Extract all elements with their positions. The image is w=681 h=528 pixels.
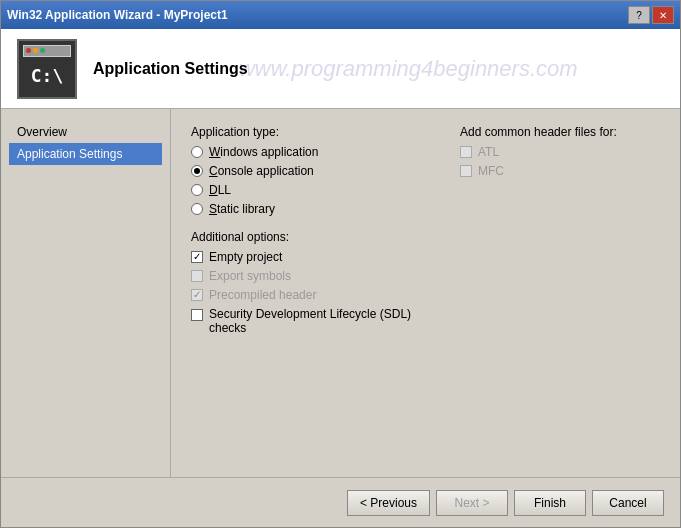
additional-options-group: Additional options: Empty project Export… <box>191 230 440 335</box>
dot-yellow <box>33 48 38 53</box>
right-column: Add common header files for: ATL MFC <box>460 125 660 349</box>
finish-button[interactable]: Finish <box>514 490 586 516</box>
footer: < Previous Next > Finish Cancel <box>1 477 680 527</box>
sidebar: Overview Application Settings <box>1 109 171 477</box>
radio-windows-app[interactable]: Windows application <box>191 145 440 159</box>
close-button[interactable]: ✕ <box>652 6 674 24</box>
radio-windows-label: Windows application <box>209 145 318 159</box>
wizard-icon: C:\ <box>17 39 77 99</box>
radio-console-label: Console application <box>209 164 314 178</box>
prev-button[interactable]: < Previous <box>347 490 430 516</box>
content-area: Overview Application Settings Applicatio… <box>1 109 680 477</box>
checkbox-sdl[interactable]: Security Development Lifecycle (SDL)chec… <box>191 307 440 335</box>
sidebar-item-appsettings[interactable]: Application Settings <box>9 143 162 165</box>
checkbox-export-icon <box>191 270 203 282</box>
icon-dots <box>26 48 45 53</box>
checkbox-atl-icon <box>460 146 472 158</box>
radio-dll-label: DLL <box>209 183 231 197</box>
left-column: Application type: Windows application Co… <box>191 125 440 349</box>
checkbox-precompiled: Precompiled header <box>191 288 440 302</box>
window-title: Win32 Application Wizard - MyProject1 <box>7 8 228 22</box>
main-panel: Application type: Windows application Co… <box>171 109 680 477</box>
radio-static-icon[interactable] <box>191 203 203 215</box>
app-type-group: Application type: Windows application Co… <box>191 125 440 216</box>
checkbox-mfc-label: MFC <box>478 164 504 178</box>
checkbox-atl-label: ATL <box>478 145 499 159</box>
help-button[interactable]: ? <box>628 6 650 24</box>
dot-red <box>26 48 31 53</box>
next-button[interactable]: Next > <box>436 490 508 516</box>
radio-console-app[interactable]: Console application <box>191 164 440 178</box>
checkbox-sdl-label: Security Development Lifecycle (SDL)chec… <box>209 307 411 335</box>
checkbox-export-label: Export symbols <box>209 269 291 283</box>
header-title: Application Settings <box>93 60 248 78</box>
header-banner: C:\ Application Settings www.programming… <box>1 29 680 109</box>
window: Win32 Application Wizard - MyProject1 ? … <box>0 0 681 528</box>
radio-static-label: Static library <box>209 202 275 216</box>
radio-console-icon[interactable] <box>191 165 203 177</box>
sidebar-item-overview[interactable]: Overview <box>9 121 162 143</box>
checkbox-mfc: MFC <box>460 164 660 178</box>
header-files-label: Add common header files for: <box>460 125 660 139</box>
additional-options-label: Additional options: <box>191 230 440 244</box>
checkbox-atl: ATL <box>460 145 660 159</box>
checkbox-export-symbols: Export symbols <box>191 269 440 283</box>
icon-top-bar <box>23 45 71 57</box>
checkbox-mfc-icon <box>460 165 472 177</box>
icon-label: C:\ <box>31 65 64 86</box>
checkbox-precompiled-label: Precompiled header <box>209 288 316 302</box>
checkbox-empty-label: Empty project <box>209 250 282 264</box>
title-controls: ? ✕ <box>628 6 674 24</box>
radio-windows-icon[interactable] <box>191 146 203 158</box>
cancel-button[interactable]: Cancel <box>592 490 664 516</box>
radio-dll[interactable]: DLL <box>191 183 440 197</box>
header-files-group: Add common header files for: ATL MFC <box>460 125 660 178</box>
radio-static-lib[interactable]: Static library <box>191 202 440 216</box>
app-type-label: Application type: <box>191 125 440 139</box>
checkbox-empty-icon[interactable] <box>191 251 203 263</box>
checkbox-empty-project[interactable]: Empty project <box>191 250 440 264</box>
title-bar: Win32 Application Wizard - MyProject1 ? … <box>1 1 680 29</box>
checkbox-precompiled-icon <box>191 289 203 301</box>
radio-dll-icon[interactable] <box>191 184 203 196</box>
dot-green <box>40 48 45 53</box>
two-column-layout: Application type: Windows application Co… <box>191 125 660 349</box>
watermark: www.programming4beginners.com <box>239 56 578 82</box>
checkbox-sdl-icon[interactable] <box>191 309 203 321</box>
